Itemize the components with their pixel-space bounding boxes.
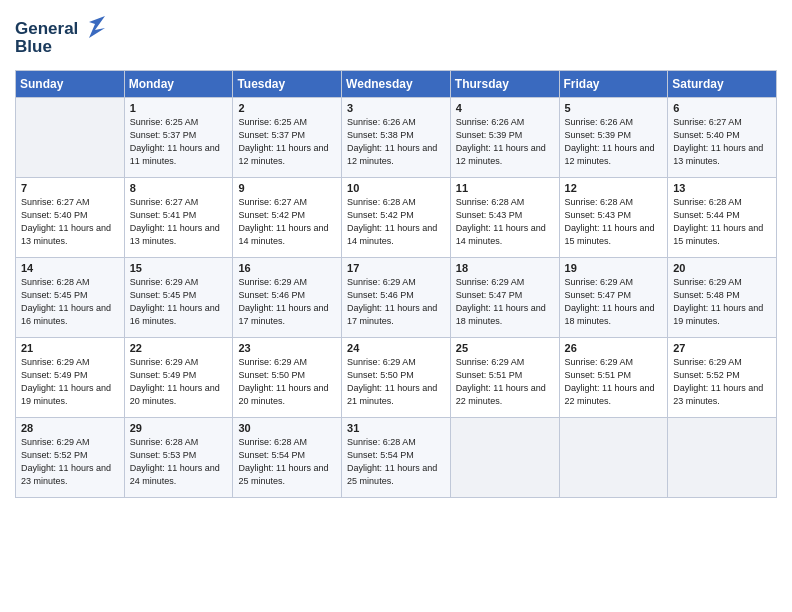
day-detail: Sunrise: 6:29 AMSunset: 5:48 PMDaylight:… bbox=[673, 276, 772, 328]
day-detail: Sunrise: 6:29 AMSunset: 5:46 PMDaylight:… bbox=[238, 276, 337, 328]
calendar-day-cell: 22Sunrise: 6:29 AMSunset: 5:49 PMDayligh… bbox=[124, 338, 233, 418]
weekday-header: Monday bbox=[124, 71, 233, 98]
day-detail: Sunrise: 6:28 AMSunset: 5:43 PMDaylight:… bbox=[456, 196, 555, 248]
day-number: 21 bbox=[21, 342, 120, 354]
calendar-day-cell: 3Sunrise: 6:26 AMSunset: 5:38 PMDaylight… bbox=[342, 98, 451, 178]
day-detail: Sunrise: 6:29 AMSunset: 5:52 PMDaylight:… bbox=[673, 356, 772, 408]
day-number: 14 bbox=[21, 262, 120, 274]
header: General Blue bbox=[15, 10, 777, 62]
calendar-day-cell: 23Sunrise: 6:29 AMSunset: 5:50 PMDayligh… bbox=[233, 338, 342, 418]
day-detail: Sunrise: 6:29 AMSunset: 5:47 PMDaylight:… bbox=[456, 276, 555, 328]
calendar-day-cell: 25Sunrise: 6:29 AMSunset: 5:51 PMDayligh… bbox=[450, 338, 559, 418]
calendar-day-cell: 15Sunrise: 6:29 AMSunset: 5:45 PMDayligh… bbox=[124, 258, 233, 338]
calendar-day-cell: 18Sunrise: 6:29 AMSunset: 5:47 PMDayligh… bbox=[450, 258, 559, 338]
day-detail: Sunrise: 6:29 AMSunset: 5:46 PMDaylight:… bbox=[347, 276, 446, 328]
day-number: 31 bbox=[347, 422, 446, 434]
calendar-day-cell: 9Sunrise: 6:27 AMSunset: 5:42 PMDaylight… bbox=[233, 178, 342, 258]
calendar-week-row: 7Sunrise: 6:27 AMSunset: 5:40 PMDaylight… bbox=[16, 178, 777, 258]
day-number: 19 bbox=[565, 262, 664, 274]
day-detail: Sunrise: 6:29 AMSunset: 5:49 PMDaylight:… bbox=[21, 356, 120, 408]
day-number: 5 bbox=[565, 102, 664, 114]
day-detail: Sunrise: 6:26 AMSunset: 5:38 PMDaylight:… bbox=[347, 116, 446, 168]
calendar-day-cell: 29Sunrise: 6:28 AMSunset: 5:53 PMDayligh… bbox=[124, 418, 233, 498]
calendar-day-cell: 14Sunrise: 6:28 AMSunset: 5:45 PMDayligh… bbox=[16, 258, 125, 338]
day-number: 22 bbox=[130, 342, 229, 354]
day-number: 2 bbox=[238, 102, 337, 114]
weekday-header: Friday bbox=[559, 71, 668, 98]
weekday-header: Thursday bbox=[450, 71, 559, 98]
calendar-day-cell: 28Sunrise: 6:29 AMSunset: 5:52 PMDayligh… bbox=[16, 418, 125, 498]
day-number: 3 bbox=[347, 102, 446, 114]
day-number: 28 bbox=[21, 422, 120, 434]
day-number: 24 bbox=[347, 342, 446, 354]
calendar-day-cell bbox=[16, 98, 125, 178]
day-detail: Sunrise: 6:27 AMSunset: 5:41 PMDaylight:… bbox=[130, 196, 229, 248]
calendar-table: SundayMondayTuesdayWednesdayThursdayFrid… bbox=[15, 70, 777, 498]
calendar-day-cell: 27Sunrise: 6:29 AMSunset: 5:52 PMDayligh… bbox=[668, 338, 777, 418]
calendar-day-cell: 12Sunrise: 6:28 AMSunset: 5:43 PMDayligh… bbox=[559, 178, 668, 258]
day-number: 16 bbox=[238, 262, 337, 274]
day-number: 17 bbox=[347, 262, 446, 274]
day-number: 12 bbox=[565, 182, 664, 194]
calendar-day-cell: 30Sunrise: 6:28 AMSunset: 5:54 PMDayligh… bbox=[233, 418, 342, 498]
day-number: 10 bbox=[347, 182, 446, 194]
day-detail: Sunrise: 6:28 AMSunset: 5:42 PMDaylight:… bbox=[347, 196, 446, 248]
calendar-day-cell: 8Sunrise: 6:27 AMSunset: 5:41 PMDaylight… bbox=[124, 178, 233, 258]
weekday-header: Wednesday bbox=[342, 71, 451, 98]
day-number: 6 bbox=[673, 102, 772, 114]
weekday-header: Sunday bbox=[16, 71, 125, 98]
day-detail: Sunrise: 6:28 AMSunset: 5:54 PMDaylight:… bbox=[347, 436, 446, 488]
svg-text:Blue: Blue bbox=[15, 37, 52, 56]
calendar-day-cell: 19Sunrise: 6:29 AMSunset: 5:47 PMDayligh… bbox=[559, 258, 668, 338]
day-detail: Sunrise: 6:29 AMSunset: 5:51 PMDaylight:… bbox=[456, 356, 555, 408]
calendar-week-row: 21Sunrise: 6:29 AMSunset: 5:49 PMDayligh… bbox=[16, 338, 777, 418]
day-detail: Sunrise: 6:29 AMSunset: 5:47 PMDaylight:… bbox=[565, 276, 664, 328]
day-number: 20 bbox=[673, 262, 772, 274]
calendar-day-cell: 24Sunrise: 6:29 AMSunset: 5:50 PMDayligh… bbox=[342, 338, 451, 418]
calendar-header-row: SundayMondayTuesdayWednesdayThursdayFrid… bbox=[16, 71, 777, 98]
day-number: 9 bbox=[238, 182, 337, 194]
calendar-day-cell: 5Sunrise: 6:26 AMSunset: 5:39 PMDaylight… bbox=[559, 98, 668, 178]
weekday-header: Saturday bbox=[668, 71, 777, 98]
day-detail: Sunrise: 6:29 AMSunset: 5:50 PMDaylight:… bbox=[238, 356, 337, 408]
day-detail: Sunrise: 6:28 AMSunset: 5:45 PMDaylight:… bbox=[21, 276, 120, 328]
calendar-day-cell: 7Sunrise: 6:27 AMSunset: 5:40 PMDaylight… bbox=[16, 178, 125, 258]
calendar-day-cell: 2Sunrise: 6:25 AMSunset: 5:37 PMDaylight… bbox=[233, 98, 342, 178]
day-number: 18 bbox=[456, 262, 555, 274]
svg-marker-2 bbox=[89, 16, 105, 38]
calendar-day-cell: 1Sunrise: 6:25 AMSunset: 5:37 PMDaylight… bbox=[124, 98, 233, 178]
day-detail: Sunrise: 6:28 AMSunset: 5:44 PMDaylight:… bbox=[673, 196, 772, 248]
calendar-day-cell: 26Sunrise: 6:29 AMSunset: 5:51 PMDayligh… bbox=[559, 338, 668, 418]
page-container: General Blue SundayMondayTuesdayWednesda… bbox=[0, 0, 792, 508]
calendar-day-cell bbox=[668, 418, 777, 498]
calendar-day-cell: 16Sunrise: 6:29 AMSunset: 5:46 PMDayligh… bbox=[233, 258, 342, 338]
calendar-week-row: 14Sunrise: 6:28 AMSunset: 5:45 PMDayligh… bbox=[16, 258, 777, 338]
logo: General Blue bbox=[15, 14, 105, 62]
day-number: 13 bbox=[673, 182, 772, 194]
day-number: 4 bbox=[456, 102, 555, 114]
day-detail: Sunrise: 6:28 AMSunset: 5:53 PMDaylight:… bbox=[130, 436, 229, 488]
calendar-week-row: 28Sunrise: 6:29 AMSunset: 5:52 PMDayligh… bbox=[16, 418, 777, 498]
day-number: 25 bbox=[456, 342, 555, 354]
calendar-day-cell: 11Sunrise: 6:28 AMSunset: 5:43 PMDayligh… bbox=[450, 178, 559, 258]
calendar-day-cell: 31Sunrise: 6:28 AMSunset: 5:54 PMDayligh… bbox=[342, 418, 451, 498]
calendar-day-cell bbox=[559, 418, 668, 498]
day-detail: Sunrise: 6:27 AMSunset: 5:40 PMDaylight:… bbox=[673, 116, 772, 168]
day-detail: Sunrise: 6:29 AMSunset: 5:50 PMDaylight:… bbox=[347, 356, 446, 408]
day-number: 8 bbox=[130, 182, 229, 194]
day-number: 15 bbox=[130, 262, 229, 274]
calendar-day-cell: 13Sunrise: 6:28 AMSunset: 5:44 PMDayligh… bbox=[668, 178, 777, 258]
calendar-day-cell: 4Sunrise: 6:26 AMSunset: 5:39 PMDaylight… bbox=[450, 98, 559, 178]
weekday-header: Tuesday bbox=[233, 71, 342, 98]
calendar-day-cell: 10Sunrise: 6:28 AMSunset: 5:42 PMDayligh… bbox=[342, 178, 451, 258]
day-detail: Sunrise: 6:29 AMSunset: 5:49 PMDaylight:… bbox=[130, 356, 229, 408]
day-detail: Sunrise: 6:26 AMSunset: 5:39 PMDaylight:… bbox=[565, 116, 664, 168]
day-detail: Sunrise: 6:29 AMSunset: 5:52 PMDaylight:… bbox=[21, 436, 120, 488]
day-detail: Sunrise: 6:29 AMSunset: 5:45 PMDaylight:… bbox=[130, 276, 229, 328]
day-number: 30 bbox=[238, 422, 337, 434]
day-detail: Sunrise: 6:28 AMSunset: 5:43 PMDaylight:… bbox=[565, 196, 664, 248]
calendar-day-cell bbox=[450, 418, 559, 498]
day-detail: Sunrise: 6:27 AMSunset: 5:42 PMDaylight:… bbox=[238, 196, 337, 248]
day-number: 7 bbox=[21, 182, 120, 194]
calendar-week-row: 1Sunrise: 6:25 AMSunset: 5:37 PMDaylight… bbox=[16, 98, 777, 178]
